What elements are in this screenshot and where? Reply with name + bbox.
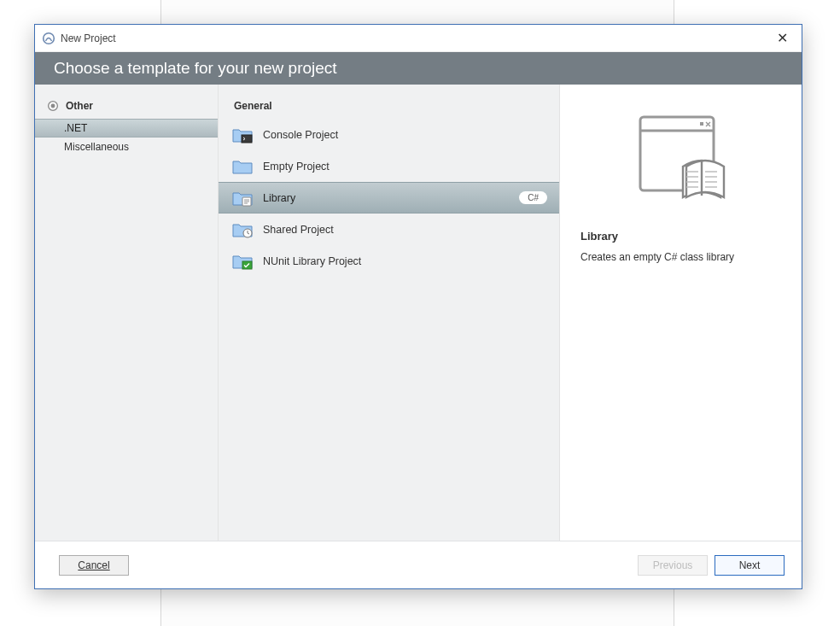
details-description: Creates an empty C# class library [580,251,781,263]
template-item-label: Empty Project [263,161,551,173]
template-item-library[interactable]: Library C# [219,182,559,214]
sidebar-item-label: .NET [64,122,87,134]
window-title: New Project [61,32,116,44]
dialog-body: Other .NET Miscellaneous General Console… [35,85,802,541]
banner: Choose a template for your new project [35,52,802,85]
svg-rect-3 [242,135,252,143]
folder-icon [232,158,253,175]
template-list: General Console Project Empty Project Li… [219,85,560,541]
next-button[interactable]: Next [715,555,785,576]
app-icon [42,32,55,45]
sidebar-category-header[interactable]: Other [35,100,218,119]
template-item-console-project[interactable]: Console Project [219,119,559,150]
banner-heading: Choose a template for your new project [54,59,337,78]
template-details-pane: Library Creates an empty C# class librar… [560,85,802,541]
category-sidebar: Other .NET Miscellaneous [35,85,219,541]
template-item-label: Shared Project [263,224,551,236]
close-icon[interactable]: ✕ [772,30,793,46]
sidebar-category-label: Other [66,100,93,112]
library-large-icon [630,108,732,211]
folder-shared-icon [232,221,253,238]
svg-rect-8 [700,122,703,126]
previous-button: Previous [638,555,708,576]
template-item-empty-project[interactable]: Empty Project [219,150,559,182]
template-group-header: General [219,100,559,112]
sidebar-item-label: Miscellaneous [64,141,129,153]
details-title: Library [580,230,781,243]
template-item-label: Library [263,192,519,204]
sidebar-item-miscellaneous[interactable]: Miscellaneous [35,137,218,156]
radio-icon [47,100,59,112]
folder-console-icon [232,126,253,143]
svg-point-2 [51,104,55,108]
template-item-label: Console Project [263,129,551,141]
language-badge: C# [519,191,547,204]
titlebar: New Project ✕ [35,25,802,52]
sidebar-item-dotnet[interactable]: .NET [35,119,218,137]
template-item-label: NUnit Library Project [263,255,551,267]
folder-nunit-icon [232,253,253,270]
folder-library-icon [232,190,253,207]
new-project-dialog: New Project ✕ Choose a template for your… [34,24,802,589]
template-item-nunit-library-project[interactable]: NUnit Library Project [219,245,559,277]
cancel-button[interactable]: Cancel [59,555,129,576]
dialog-footer: Cancel Previous Next [35,541,802,588]
template-item-shared-project[interactable]: Shared Project [219,214,559,245]
